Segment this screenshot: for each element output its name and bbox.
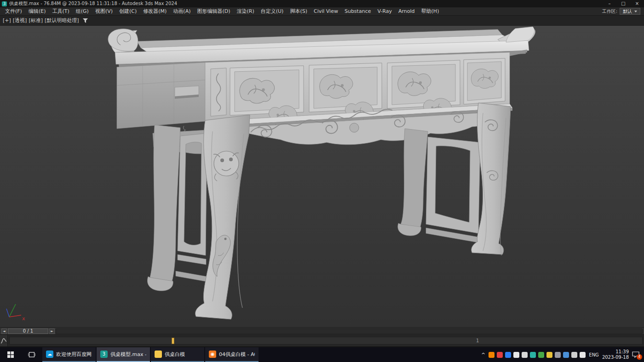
chevron-down-icon — [634, 11, 637, 12]
taskbar-app-baidu-netdisk[interactable]: ☁欢迎使用百度网盘 — [42, 347, 96, 362]
menu-item-12[interactable]: 脚本(S) — [287, 8, 310, 15]
3ds-max-app-icon: 3 — [2, 1, 7, 6]
time-slider-row: ◄ 0 / 1 ► — [0, 327, 644, 334]
world-axis-gizmo: x — [6, 304, 25, 322]
track-bar-ruler[interactable]: 1 — [9, 337, 643, 345]
menu-item-15[interactable]: V-Ray — [374, 8, 395, 14]
track-key-marker[interactable] — [172, 338, 174, 344]
input-language-indicator[interactable]: ENG — [589, 352, 599, 357]
menu-item-8[interactable]: 动画(A) — [170, 8, 194, 15]
windows-taskbar: ☁欢迎使用百度网盘3供桌模型.max - 76...供桌白模◉04供桌白模 - … — [0, 347, 644, 362]
previous-frame-button[interactable]: ◄ — [1, 328, 7, 334]
taskbar-app-label: 欢迎使用百度网盘 — [56, 351, 92, 358]
viewport-pov-menu[interactable]: [透视] — [13, 17, 27, 24]
tray-app-yellow-icon[interactable] — [546, 352, 552, 358]
taskbar-app-file-explorer[interactable]: 供桌白模 — [151, 347, 204, 362]
taskbar-clock[interactable]: 11:39 2023-09-18 — [602, 349, 629, 360]
menu-item-17[interactable]: 帮助(H) — [418, 8, 443, 15]
window-controls: – □ × — [603, 0, 644, 7]
maximize-button[interactable]: □ — [616, 0, 630, 7]
menu-item-2[interactable]: 编辑(E) — [25, 8, 49, 15]
tray-app-red-icon[interactable] — [497, 352, 503, 358]
tray-icons — [489, 352, 586, 358]
altar-table-model — [108, 27, 535, 319]
menu-item-13[interactable]: Civil View — [310, 8, 341, 14]
workspace-selector[interactable]: 工作区: 默认 — [602, 8, 644, 15]
viewport-filter-icon[interactable] — [83, 18, 88, 23]
viewport-general-menu[interactable]: [+] — [3, 17, 11, 23]
tray-app-teal-icon[interactable] — [530, 352, 536, 358]
tray-app-white-icon[interactable] — [513, 352, 519, 358]
menu-item-5[interactable]: 视图(V) — [92, 8, 116, 15]
perspective-viewport[interactable]: x — [0, 26, 644, 327]
mini-curve-editor-button[interactable] — [0, 335, 8, 346]
taskbar-app-label: 供桌白模 — [165, 351, 185, 358]
notification-badge: 4 — [637, 354, 642, 360]
menu-item-4[interactable]: 组(G) — [73, 8, 92, 15]
clock-date: 2023-09-18 — [602, 355, 629, 360]
menu-item-14[interactable]: Substance — [341, 8, 374, 14]
frame-number-label: 1 — [476, 338, 479, 343]
viewport-standard-menu[interactable]: [标准] — [29, 17, 43, 24]
system-tray: ^ ENG 11:39 2023-09-18 4 — [477, 347, 644, 362]
menu-item-1[interactable]: 文件(F) — [2, 8, 25, 15]
touch-keyboard-icon[interactable] — [571, 352, 577, 358]
tray-expand-icon[interactable]: ^ — [481, 352, 485, 358]
time-slider-track[interactable] — [56, 328, 643, 334]
3ds-max-window: 3 供桌模型.max - 76.84M @ 2023-09-18 11:31:1… — [0, 0, 644, 362]
acdsee-icon: ◉ — [209, 351, 216, 358]
taskbar-app-acdsee[interactable]: ◉04供桌白模 - ACD... — [205, 347, 259, 362]
microphone-icon[interactable] — [522, 352, 528, 358]
frame-display: 0 / 1 — [23, 328, 33, 334]
viewport-canvas[interactable]: x — [0, 26, 644, 327]
tray-app-green-icon[interactable] — [538, 352, 544, 358]
tray-app-blue-icon[interactable] — [505, 352, 511, 358]
menubar: 文件(F)编辑(E)工具(T)组(G)视图(V)创建(C)修改器(M)动画(A)… — [0, 7, 644, 16]
menu-item-7[interactable]: 修改器(M) — [140, 8, 170, 15]
tray-app-blue2-icon[interactable] — [563, 352, 569, 358]
taskbar-app-3ds-max[interactable]: 3供桌模型.max - 76... — [97, 347, 150, 362]
menu-item-6[interactable]: 创建(C) — [116, 8, 140, 15]
viewport-label-bar: [+] [透视] [标准] [默认明暗处理] — [0, 16, 644, 26]
close-button[interactable]: × — [630, 0, 644, 7]
tray-app-orange-icon[interactable] — [489, 352, 494, 358]
menubar-items: 文件(F)编辑(E)工具(T)组(G)视图(V)创建(C)修改器(M)动画(A)… — [2, 8, 442, 15]
task-view-icon — [28, 351, 35, 358]
minimize-button[interactable]: – — [603, 0, 616, 7]
next-frame-button[interactable]: ► — [49, 328, 55, 334]
track-bar: 1 — [0, 334, 644, 346]
menu-item-3[interactable]: 工具(T) — [49, 8, 72, 15]
taskbar-app-label: 04供桌白模 - ACD... — [219, 351, 255, 358]
viewport-shading-menu[interactable]: [默认明暗处理] — [45, 17, 79, 24]
start-button[interactable] — [0, 347, 21, 362]
3ds-max-icon: 3 — [100, 351, 108, 358]
axis-x-label: x — [22, 316, 25, 322]
menu-item-10[interactable]: 渲染(R) — [234, 8, 258, 15]
windows-logo-icon — [7, 351, 14, 358]
taskbar-app-label: 供桌模型.max - 76... — [110, 351, 146, 358]
file-explorer-icon — [155, 351, 162, 358]
titlebar: 3 供桌模型.max - 76.84M @ 2023-09-18 11:31:1… — [0, 0, 644, 7]
menu-item-9[interactable]: 图形编辑器(D) — [194, 8, 233, 15]
time-slider-handle[interactable]: 0 / 1 — [8, 328, 48, 334]
task-view-button[interactable] — [21, 347, 42, 362]
workspace-value-dropdown[interactable]: 默认 — [620, 8, 640, 15]
volume-icon[interactable] — [580, 352, 586, 358]
notification-center-button[interactable]: 4 — [632, 351, 639, 358]
workspace-value: 默认 — [623, 8, 632, 14]
baidu-netdisk-icon: ☁ — [46, 351, 53, 358]
window-title: 供桌模型.max - 76.84M @ 2023-09-18 11:31:18 … — [9, 0, 177, 7]
taskbar-apps: ☁欢迎使用百度网盘3供桌模型.max - 76...供桌白模◉04供桌白模 - … — [42, 347, 259, 362]
clock-time: 11:39 — [615, 349, 629, 355]
tray-app-gray-icon[interactable] — [555, 352, 561, 358]
workspace-label: 工作区: — [602, 8, 617, 15]
menu-item-11[interactable]: 自定义(U) — [258, 8, 287, 15]
menu-item-16[interactable]: Arnold — [395, 8, 418, 14]
